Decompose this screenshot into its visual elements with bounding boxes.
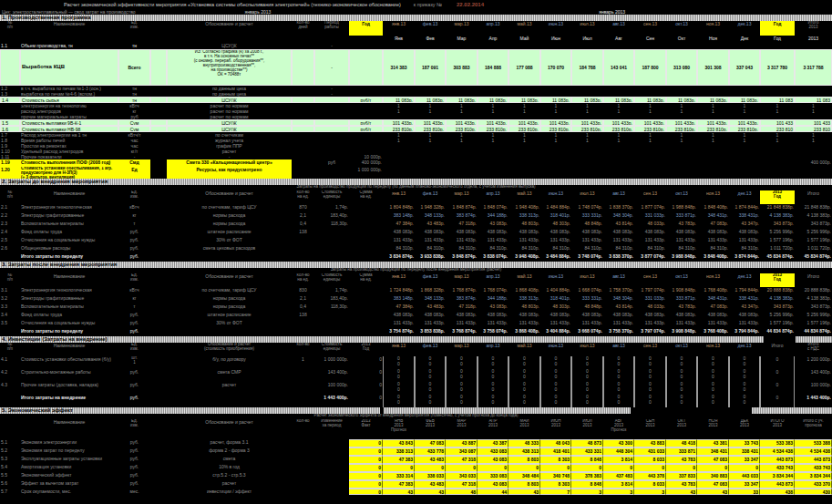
cell[interactable]: 438 083р. [571,229,603,237]
cell[interactable] [0,49,20,86]
cell[interactable] [314,320,349,328]
cell[interactable]: 0 0 [697,395,729,407]
cell[interactable]: 0 [349,456,383,464]
cell[interactable]: 383 148р. [383,212,415,221]
cell[interactable]: 8 803 [508,480,540,489]
cell[interactable]: сен.13 [634,273,666,287]
cell[interactable]: 331 033р. [634,295,666,303]
cell[interactable]: май.13 [508,21,540,36]
cell[interactable]: 47 083 [415,439,446,447]
cell[interactable]: 0 0 [729,395,760,407]
cell[interactable]: июл.13 [571,273,603,287]
cell[interactable]: Экономический эффект [20,472,118,480]
cell[interactable]: авг.13 [603,190,634,204]
cell[interactable]: 45 834 874р. [795,253,832,262]
cell[interactable]: 438 083р. [415,312,446,320]
cell[interactable]: 3 [571,489,603,495]
cell[interactable]: 533 383 [760,439,795,447]
cell[interactable]: ИЮЛ 2013 [571,419,603,439]
cell[interactable]: 0 0 [603,356,634,369]
cell[interactable]: Кол-во [292,419,314,439]
cell[interactable]: 338 431 [729,447,760,456]
cell[interactable]: 3.4 [0,312,20,320]
cell[interactable]: 3 853 838р. [415,328,446,336]
cell[interactable]: 131 433р. [571,237,603,245]
cell[interactable]: Май [508,36,540,43]
cell[interactable]: 84 310р. [666,245,697,253]
cell[interactable]: 5.5 [0,472,20,480]
cell[interactable]: 338 431р. [729,212,760,221]
cell[interactable]: 830 [292,287,314,295]
cell[interactable]: руб. [118,253,150,262]
cell[interactable]: 4.2 [0,369,20,382]
cell[interactable]: по счетчикам, тариф ЦСУ [167,287,292,295]
cell[interactable] [150,419,167,439]
cell[interactable]: № п/п [0,190,20,204]
cell[interactable] [150,464,167,472]
cell[interactable] [150,480,167,489]
cell[interactable]: 0 0 [415,369,446,382]
cell[interactable]: 433 778 [415,447,446,456]
cell[interactable]: 338 431р. [729,295,760,303]
cell[interactable]: янв.13 [383,273,415,287]
cell[interactable]: Наименование [20,190,118,204]
cell[interactable]: 47 318 [446,480,478,489]
cell[interactable]: 131 433р. [446,237,478,245]
cell[interactable]: 84 310р. [571,245,603,253]
cell[interactable] [150,489,167,495]
cell[interactable] [314,480,349,489]
cell[interactable]: 3 797 074р. [634,328,666,336]
cell[interactable]: 438 083р. [383,312,415,320]
cell[interactable]: Изменение за период [314,419,349,439]
cell[interactable]: 338 313 [383,447,415,456]
cell[interactable]: 5.3 [0,456,20,464]
cell[interactable]: Электроды графитированные [20,212,118,221]
cell[interactable] [150,119,167,126]
cell[interactable] [314,439,349,447]
cell[interactable]: 3 838 074р. [478,253,508,262]
cell[interactable]: 438 083р. [666,312,697,320]
cell[interactable]: 3 758 370р. [603,328,634,336]
cell[interactable]: 43 347р. [729,303,760,312]
cell[interactable]: 5.4 [0,464,20,472]
cell[interactable]: 233 810р. [697,126,729,132]
cell[interactable] [150,343,167,356]
cell[interactable] [314,237,349,245]
cell[interactable]: 3 768 408р. [697,328,729,336]
cell[interactable]: 1 948 328р. [415,204,446,212]
cell[interactable]: 183,40р. [314,212,349,221]
cell[interactable]: окт.13 [666,273,697,287]
cell[interactable]: 348 133р. [415,295,446,303]
cell[interactable]: ИТОГО 2013 [760,419,795,439]
cell[interactable]: 184 788 [571,49,603,86]
cell[interactable]: 333 314 [383,472,415,480]
cell[interactable]: смета [167,456,292,464]
cell[interactable] [349,204,383,212]
cell[interactable] [150,320,167,328]
cell[interactable]: янв.13 [383,190,415,204]
cell[interactable]: 0 0 [729,369,760,382]
cell[interactable]: 43 783 [666,456,697,464]
cell[interactable]: руб [314,159,349,167]
cell[interactable]: 0 [349,480,383,489]
cell[interactable]: 443 378 [634,472,666,480]
cell[interactable]: АПР 2013 [478,419,508,439]
cell[interactable] [314,447,349,456]
cell[interactable]: 101 433р. [478,119,508,126]
cell[interactable]: дек.13 [729,273,760,287]
cell[interactable] [150,21,167,36]
cell[interactable]: руб. [118,456,150,464]
cell[interactable] [349,237,383,245]
cell[interactable]: 0 [760,369,795,382]
cell[interactable]: 0 [634,464,666,472]
cell[interactable]: 343 873р. [760,221,795,229]
cell[interactable]: Фонд оплаты труда [20,229,118,237]
cell[interactable]: 438 083р. [603,229,634,237]
cell[interactable] [349,295,383,303]
cell[interactable]: 43 783р. [666,303,697,312]
cell[interactable]: № п/п [0,343,20,356]
cell[interactable]: 0 0 [508,382,540,395]
cell[interactable] [314,472,349,480]
cell[interactable]: Обоснование и расчет [167,190,292,204]
cell[interactable]: Обоснование и расчет [167,21,292,36]
